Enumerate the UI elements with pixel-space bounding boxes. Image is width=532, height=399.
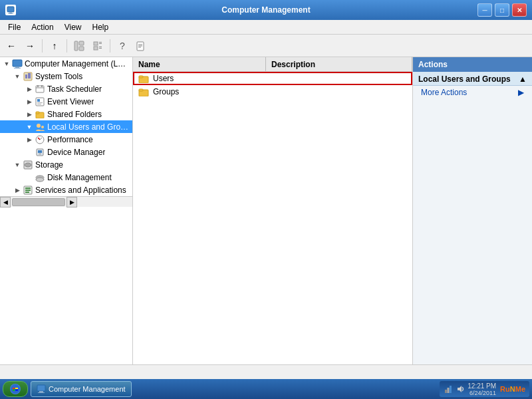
close-button[interactable]: ✕: [512, 3, 527, 17]
storage-toggle[interactable]: ▼: [12, 160, 23, 170]
console-tree-button[interactable]: [70, 37, 88, 55]
menu-action[interactable]: Action: [26, 21, 59, 33]
event-viewer-label: Event Viewer: [47, 97, 94, 106]
services-apps-icon: [23, 185, 33, 196]
svg-point-32: [37, 124, 41, 128]
list-header: Name Description: [133, 57, 412, 72]
toolbar: ← → ↑ ?: [0, 35, 532, 57]
tree-device-manager[interactable]: ▶ Device Manager: [0, 146, 132, 158]
minimize-button[interactable]: ─: [477, 3, 492, 17]
title-bar: Computer Management ─ □ ✕: [0, 0, 532, 20]
forward-button[interactable]: →: [21, 37, 39, 55]
svg-rect-0: [7, 7, 14, 12]
hscroll-left[interactable]: ◀: [0, 197, 11, 207]
task-scheduler-toggle[interactable]: ▶: [24, 84, 35, 94]
performance-icon: [35, 134, 45, 145]
svg-rect-6: [94, 42, 98, 45]
svg-rect-8: [99, 43, 102, 44]
disk-management-icon: [35, 172, 45, 183]
list-item-groups[interactable]: Groups: [133, 85, 412, 98]
tree-performance[interactable]: ▶ Performance: [0, 133, 132, 146]
center-panel: Name Description Users Groups: [133, 57, 412, 364]
svg-rect-48: [139, 76, 143, 78]
svg-rect-55: [445, 390, 447, 393]
col-desc-header: Description: [266, 57, 412, 71]
root-toggle[interactable]: ▼: [1, 59, 12, 69]
users-label: Users: [150, 74, 174, 83]
help-button[interactable]: ?: [114, 37, 131, 55]
tree-disk-management[interactable]: ▶ Disk Management: [0, 171, 132, 184]
svg-rect-50: [139, 89, 143, 91]
svg-rect-11: [99, 48, 102, 49]
svg-rect-36: [38, 150, 42, 153]
svg-rect-27: [37, 99, 40, 102]
system-tools-toggle[interactable]: ▼: [12, 71, 23, 82]
app-icon: [5, 5, 16, 15]
actions-panel: Actions Local Users and Groups ▲ More Ac…: [412, 57, 532, 364]
actions-section-title: Local Users and Groups ▲: [413, 72, 532, 86]
svg-rect-21: [28, 73, 31, 78]
performance-toggle[interactable]: ▶: [24, 134, 35, 145]
groups-label: Groups: [150, 87, 179, 96]
shared-folders-icon: [35, 109, 45, 120]
local-users-icon: [35, 122, 45, 132]
tree-system-tools[interactable]: ▼ System Tools: [0, 70, 132, 82]
svg-rect-37: [39, 154, 41, 154]
tree-event-viewer[interactable]: ▶ Event Viewer: [0, 95, 132, 108]
taskbar-task-label: Computer Management: [49, 385, 126, 393]
toolbar-separator-2: [66, 39, 67, 53]
shared-folders-label: Shared Folders: [47, 110, 102, 119]
window-title: Computer Management: [221, 5, 310, 15]
svg-rect-24: [41, 85, 43, 87]
actions-section-arrow[interactable]: ▲: [519, 74, 527, 84]
menu-view[interactable]: View: [59, 21, 87, 33]
hscroll-thumb[interactable]: [12, 198, 65, 206]
export-button[interactable]: [132, 37, 150, 55]
menu-file[interactable]: File: [3, 21, 26, 33]
svg-rect-20: [25, 74, 27, 78]
system-tools-label: System Tools: [35, 72, 82, 81]
svg-rect-29: [37, 104, 41, 104]
task-scheduler-label: Task Scheduler: [47, 84, 102, 94]
svg-rect-46: [25, 192, 29, 193]
storage-label: Storage: [35, 160, 63, 170]
event-viewer-toggle[interactable]: ▶: [24, 96, 35, 107]
tree-local-users-groups[interactable]: ▼ Local Users and Groups: [0, 120, 132, 133]
tree-storage[interactable]: ▼ Storage: [0, 158, 132, 171]
clock-date: 6/24/2011: [467, 390, 496, 396]
actions-header: Actions: [413, 57, 532, 72]
services-apps-toggle[interactable]: ▶: [12, 185, 23, 196]
svg-rect-57: [450, 386, 452, 393]
details-button[interactable]: [89, 37, 106, 55]
shared-folders-toggle[interactable]: ▶: [24, 109, 35, 120]
svg-rect-7: [99, 42, 102, 43]
taskbar: Computer Management 12:21 PM 6/24/2011 R…: [0, 379, 532, 399]
task-scheduler-icon: [35, 84, 45, 94]
local-users-toggle[interactable]: ▼: [24, 122, 35, 132]
tree-task-scheduler[interactable]: ▶ Task Scheduler: [0, 82, 132, 95]
list-item-users[interactable]: Users: [133, 72, 412, 85]
tree-root[interactable]: ▼ Computer Management (Local: [0, 57, 132, 70]
up-button[interactable]: ↑: [46, 37, 63, 55]
toolbar-separator-1: [42, 39, 43, 53]
computer-icon: [12, 59, 23, 69]
back-button[interactable]: ←: [3, 37, 20, 55]
menu-help[interactable]: Help: [87, 21, 114, 33]
svg-rect-53: [39, 391, 43, 392]
svg-point-39: [25, 163, 31, 167]
volume-icon: [456, 384, 465, 394]
svg-rect-16: [13, 60, 22, 66]
windows-logo-icon: [10, 384, 21, 394]
window-controls: ─ □ ✕: [477, 3, 527, 17]
maximize-button[interactable]: □: [495, 3, 509, 17]
tree-panel: ▼ Computer Management (Local ▼ System To…: [0, 57, 133, 364]
tree-shared-folders[interactable]: ▶ Shared Folders: [0, 108, 132, 120]
taskbar-task-computer-mgmt[interactable]: Computer Management: [31, 381, 132, 397]
more-actions-item[interactable]: More Actions ▶: [413, 86, 532, 99]
device-manager-icon: [35, 147, 45, 158]
hscroll-right[interactable]: ▶: [66, 197, 77, 207]
tree-services-apps[interactable]: ▶ Services and Applications: [0, 184, 132, 196]
col-name-header[interactable]: Name: [133, 57, 266, 71]
start-button[interactable]: [3, 381, 28, 397]
svg-rect-9: [94, 47, 98, 50]
